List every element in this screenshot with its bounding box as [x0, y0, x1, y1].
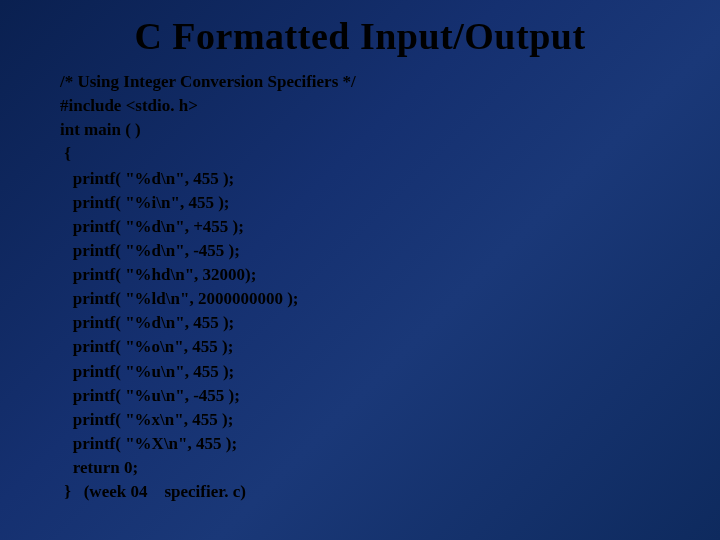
code-line: printf( "%u\n", -455 );: [60, 384, 660, 408]
code-line: /* Using Integer Conversion Specifiers *…: [60, 70, 660, 94]
code-line: printf( "%o\n", 455 );: [60, 335, 660, 359]
code-line: printf( "%hd\n", 32000);: [60, 263, 660, 287]
slide-title: C Formatted Input/Output: [60, 14, 660, 58]
code-line: } (week 04 specifier. c): [60, 480, 660, 504]
code-line: #include <stdio. h>: [60, 94, 660, 118]
code-line: printf( "%X\n", 455 );: [60, 432, 660, 456]
code-line: printf( "%d\n", -455 );: [60, 239, 660, 263]
code-line: {: [60, 142, 660, 166]
code-line: printf( "%i\n", 455 );: [60, 191, 660, 215]
code-line: printf( "%x\n", 455 );: [60, 408, 660, 432]
code-line: int main ( ): [60, 118, 660, 142]
code-line: printf( "%d\n", 455 );: [60, 167, 660, 191]
code-line: printf( "%d\n", 455 );: [60, 311, 660, 335]
code-line: printf( "%d\n", +455 );: [60, 215, 660, 239]
code-block: /* Using Integer Conversion Specifiers *…: [60, 70, 660, 504]
code-line: printf( "%u\n", 455 );: [60, 360, 660, 384]
code-line: printf( "%ld\n", 2000000000 );: [60, 287, 660, 311]
slide-container: C Formatted Input/Output /* Using Intege…: [0, 0, 720, 540]
code-line: return 0;: [60, 456, 660, 480]
